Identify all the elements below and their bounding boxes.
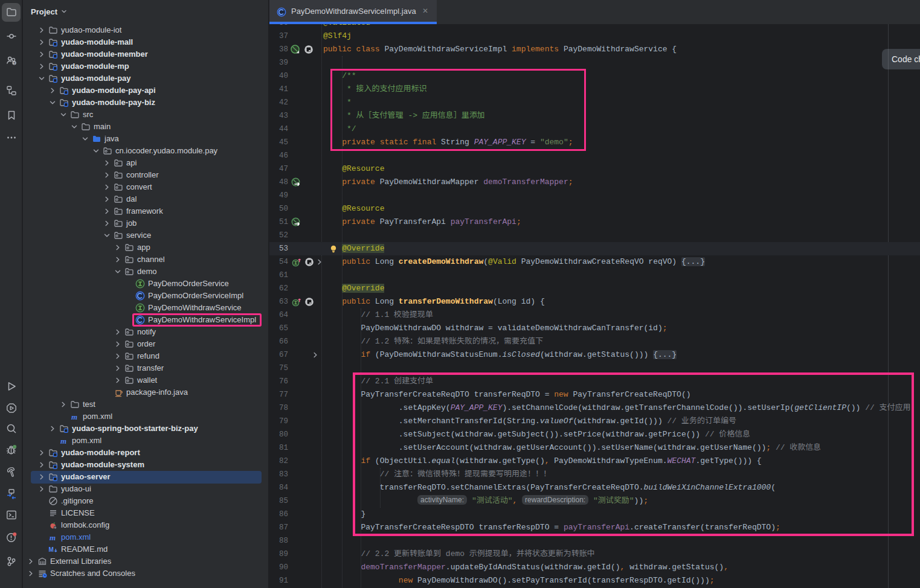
svg-text:m: m: [71, 412, 77, 421]
svg-text:m: m: [50, 533, 56, 542]
svg-text:m: m: [60, 436, 66, 446]
svg-text:M: M: [49, 546, 54, 553]
